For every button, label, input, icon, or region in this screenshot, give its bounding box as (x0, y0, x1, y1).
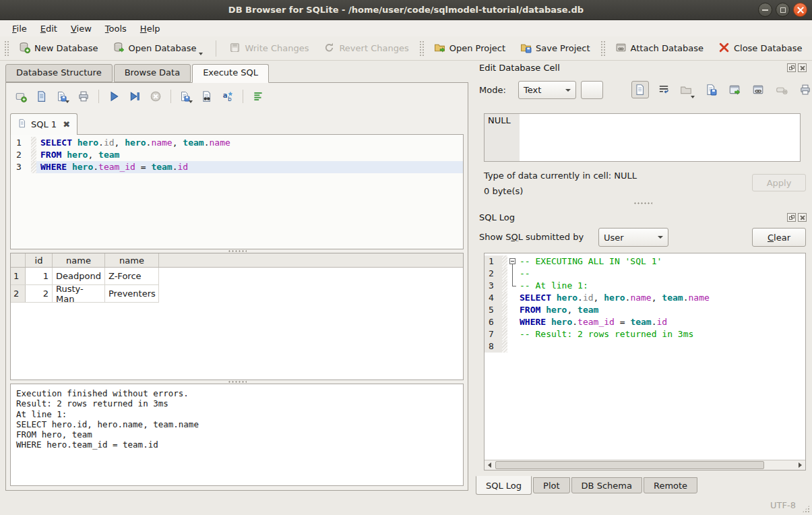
scroll-left-icon[interactable] (485, 460, 495, 470)
menu-file[interactable]: File (5, 22, 34, 35)
print-cell-icon[interactable] (797, 81, 812, 98)
toolbar-handle[interactable] (600, 40, 605, 57)
table-cell[interactable]: Z-Force (105, 268, 159, 284)
new-database-button[interactable]: New Database (13, 39, 104, 58)
menu-edit[interactable]: Edit (34, 22, 64, 35)
replace-icon[interactable]: ab (221, 90, 235, 103)
word-wrap-icon[interactable] (655, 81, 673, 98)
sql-file-icon (18, 119, 27, 130)
code-text: SELECT hero.id, hero.name, team.name (36, 137, 463, 149)
fold-marker-icon[interactable] (507, 280, 518, 292)
revert-changes-button: Revert Changes (317, 39, 414, 58)
gutter-hatch (502, 280, 507, 292)
toolbar-handle[interactable] (419, 40, 424, 57)
mode-settings-button[interactable] (581, 81, 603, 99)
tab-sql-log[interactable]: SQL Log (476, 476, 532, 495)
resize-grip[interactable] (802, 505, 810, 513)
close-button[interactable] (793, 3, 807, 17)
mode-select-value: Text (524, 85, 541, 95)
row-header[interactable]: 1 (11, 268, 26, 284)
window-controls (758, 3, 807, 17)
set-null-icon (773, 81, 790, 98)
execute-all-icon[interactable] (107, 90, 121, 103)
log-horizontal-scrollbar[interactable] (485, 460, 805, 470)
execute-line-icon[interactable] (128, 90, 142, 103)
clear-button[interactable]: Clear (752, 228, 806, 247)
float-panel-icon[interactable] (787, 63, 796, 72)
float-panel-icon[interactable] (787, 213, 796, 222)
cell-type-info: Type of data currently in cell: NULL (484, 171, 637, 181)
table-cell[interactable]: Preventers (105, 285, 159, 302)
cell-value-editor[interactable]: NULL (484, 113, 801, 162)
toolbar-handle[interactable] (4, 40, 9, 57)
tab-execute-sql[interactable]: Execute SQL (192, 64, 269, 83)
tab-db-schema[interactable]: DB Schema (571, 477, 642, 493)
save-results-icon[interactable] (179, 90, 193, 103)
scrollbar-thumb[interactable] (495, 461, 764, 469)
close-tab-icon[interactable]: ✖ (63, 119, 70, 129)
sql-log-dock-buttons (787, 213, 807, 222)
close-panel-icon[interactable] (798, 213, 807, 222)
text-mode-icon[interactable] (631, 81, 649, 98)
chevron-down-icon[interactable] (691, 96, 695, 98)
right-dock: Edit Database Cell Mode: Text NULL Type … (474, 61, 812, 495)
column-header-id[interactable]: id (26, 253, 53, 267)
export-icon[interactable] (702, 81, 720, 98)
close-database-button[interactable]: Close Database (712, 39, 809, 58)
menu-help[interactable]: Help (133, 22, 167, 35)
gutter-hatch (31, 137, 36, 149)
sql-editor[interactable]: 1SELECT hero.id, hero.name, team.name2FR… (10, 134, 464, 249)
open-project-button[interactable]: Open Project (428, 39, 511, 58)
fold-marker-icon[interactable] (507, 268, 518, 280)
cell-editor-toolbar (631, 81, 812, 98)
menu-tools[interactable]: Tools (98, 22, 133, 35)
table-cell[interactable]: Rusty-Man (53, 285, 105, 302)
open-external-icon[interactable] (726, 81, 743, 98)
results-corner-cell[interactable] (11, 253, 26, 267)
attach-database-button[interactable]: Attach Database (609, 39, 710, 58)
save-sql-icon[interactable] (56, 90, 69, 103)
fold-marker-icon[interactable] (507, 255, 518, 268)
apply-button: Apply (752, 174, 806, 191)
link-icon[interactable] (749, 81, 767, 98)
print-icon[interactable] (77, 90, 90, 103)
find-icon[interactable] (200, 90, 214, 103)
tab-remote[interactable]: Remote (644, 477, 697, 493)
new-tab-icon[interactable] (14, 90, 28, 103)
stop-icon (149, 90, 162, 103)
maximize-button[interactable] (776, 3, 790, 17)
sql-log-filter-value: User (604, 233, 624, 243)
chevron-down-icon[interactable] (65, 100, 69, 103)
sql-document-tab[interactable]: SQL 1 ✖ (10, 113, 77, 135)
open-database-button[interactable]: Open Database (107, 39, 210, 58)
chevron-down-icon (565, 89, 571, 92)
chevron-down-icon[interactable] (189, 100, 193, 103)
format-sql-icon[interactable] (251, 90, 265, 103)
column-header-name[interactable]: name (53, 253, 105, 267)
mode-select[interactable]: Text (518, 81, 576, 99)
open-sql-icon[interactable] (35, 90, 49, 103)
column-header-name[interactable]: name (105, 253, 159, 267)
save-project-label: Save Project (536, 43, 590, 53)
sql-log-view[interactable]: 1-- EXECUTING ALL IN 'SQL 1'2--3-- At li… (484, 253, 806, 471)
menu-view[interactable]: View (64, 22, 98, 35)
close-panel-icon[interactable] (798, 63, 807, 72)
row-header[interactable]: 2 (11, 285, 26, 302)
toolbar-separator (216, 40, 216, 57)
save-project-button[interactable]: Save Project (514, 39, 596, 58)
tab-plot[interactable]: Plot (533, 477, 570, 493)
table-cell[interactable]: 1 (26, 268, 53, 284)
tab-database-structure[interactable]: Database Structure (5, 64, 113, 82)
sql-log-filter-select[interactable]: User (598, 228, 668, 247)
tab-browse-data[interactable]: Browse Data (114, 64, 191, 82)
write-changes-button: Write Changes (223, 39, 315, 58)
minimize-button[interactable] (758, 3, 772, 17)
chevron-down-icon[interactable] (199, 53, 203, 55)
scroll-right-icon[interactable] (795, 460, 805, 470)
table-cell[interactable]: 2 (26, 285, 53, 302)
table-cell[interactable]: Deadpond (53, 268, 105, 284)
main-toolbar: New DatabaseOpen DatabaseWrite ChangesRe… (0, 36, 812, 61)
log-line: 8 (485, 340, 805, 353)
results-grid[interactable]: idnamename11DeadpondZ-Force22Rusty-ManPr… (10, 253, 464, 380)
dock-splitter[interactable] (474, 202, 812, 204)
